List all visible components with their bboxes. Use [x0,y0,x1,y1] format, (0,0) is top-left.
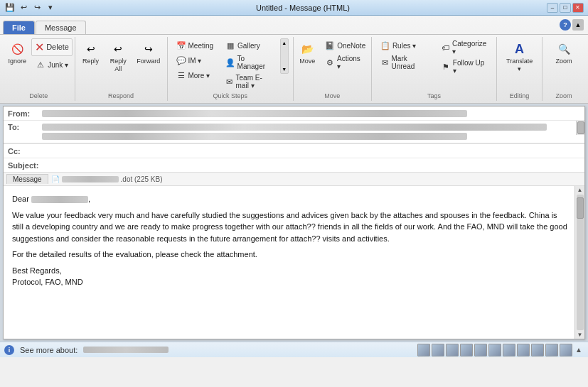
ribbon-group-editing: A Translate ▾ Editing [497,37,542,101]
attachment-file[interactable]: 📄 .dot (225 KB) [51,175,163,183]
redo-qat-btn[interactable]: ↪ [31,2,43,13]
reply-all-button[interactable]: ↩ Reply All [104,38,133,75]
zoom-button[interactable]: 🔍 Zoom [552,38,576,67]
forward-button[interactable]: ↪ Forward [134,38,163,67]
close-button[interactable]: ✕ [572,3,584,13]
mark-unread-icon: ✉ [380,57,390,68]
status-blurred-name [83,347,169,353]
quick-access-toolbar: 💾 ↩ ↪ ▾ [4,2,56,13]
respond-buttons: ↩ Reply ↩ Reply All ↪ Forward [80,38,163,91]
cc-label: Cc: [4,146,39,157]
meeting-icon: 📅 [176,40,187,51]
zoom-buttons: 🔍 Zoom [552,38,576,91]
ribbon-tab-bar: File Message ▲ ? [0,16,588,34]
follow-up-icon: ⚑ [440,61,451,72]
delete-icon: ✕ [35,40,44,54]
avatar-3[interactable] [446,344,459,356]
junk-icon: ⚠ [35,59,46,70]
title-bar-left: 💾 ↩ ↪ ▾ [4,2,59,13]
body-paragraph-1: We value your feedback very much and hav… [12,209,570,245]
delete-button[interactable]: ✕ Delete [31,38,73,56]
rules-button[interactable]: 📋 Rules ▾ [376,38,432,53]
categorize-button[interactable]: 🏷 Categorize ▾ [437,38,492,57]
editing-buttons: A Translate ▾ [501,38,538,91]
qat-dropdown[interactable]: ▾ [45,2,56,13]
save-qat-btn[interactable]: 💾 [4,2,16,13]
subject-row: Subject: [4,158,584,173]
move-button[interactable]: 📂 Move [295,38,319,67]
subject-label: Subject: [4,160,43,171]
avatar-9[interactable] [531,344,544,356]
body-scrollbar[interactable]: ▲ ▼ [574,186,584,339]
reply-label: Reply [82,58,99,65]
avatar-2[interactable] [432,344,444,356]
avatar-5[interactable] [474,344,487,356]
avatar-7[interactable] [503,344,515,356]
greeting-line: Dear , [12,193,570,205]
translate-button[interactable]: A Translate ▾ [501,38,538,75]
reply-button[interactable]: ↩ Reply [80,38,102,67]
team-email-icon: ✉ [225,76,234,87]
file-size: .dot (225 KB) [121,175,163,183]
im-icon: 💬 [176,55,187,66]
title-bar: 💾 ↩ ↪ ▾ Untitled - Message (HTML) – □ ✕ [0,0,588,16]
to-manager-button[interactable]: 👤 To Manager [221,53,277,72]
junk-button[interactable]: ⚠ Junk ▾ [31,58,73,72]
tab-file[interactable]: File [3,21,35,34]
to-manager-label: To Manager [237,55,274,70]
from-blurred [42,110,467,117]
message-body[interactable]: Dear , We value your feedback very much … [4,186,584,339]
ignore-icon: 🚫 [9,40,26,58]
meeting-label: Meeting [188,42,214,50]
gallery-button[interactable]: ▦ Gallery [221,38,277,53]
status-avatars: ▲ [417,344,584,356]
meeting-button[interactable]: 📅 Meeting [172,38,218,53]
more-button[interactable]: ☰ More ▾ [172,68,218,82]
avatar-1[interactable] [417,344,430,356]
actions-icon: ⚙ [324,57,336,68]
more-label: More ▾ [188,72,210,80]
avatar-10[interactable] [545,344,558,356]
message-tab-button[interactable]: Message [6,174,48,184]
body-paragraph-2: For the detailed results of the evaluati… [12,249,570,261]
zoom-icon: 🔍 [555,40,572,58]
avatar-6[interactable] [488,344,501,356]
avatar-4[interactable] [460,344,473,356]
minimize-button[interactable]: – [547,3,558,13]
forward-label: Forward [137,58,160,65]
move-buttons: 📂 Move 📓 OneNote ⚙ Actions ▾ [295,38,369,91]
quicksteps-buttons: 📅 Meeting 💬 IM ▾ ☰ More ▾ ▦ Ga [172,38,289,91]
rules-icon: 📋 [380,40,391,51]
body-closing-2: Protocol, FAO, MND [12,276,570,288]
onenote-button[interactable]: 📓 OneNote [321,38,369,53]
maximize-button[interactable]: □ [560,3,571,13]
message-window: From: To: Cc: [3,106,585,339]
mark-unread-button[interactable]: ✉ Mark Unread [376,53,432,72]
help-icon[interactable]: ? [560,19,571,31]
avatar-8[interactable] [517,344,530,356]
ignore-label: Ignore [9,58,27,65]
to-scrollbar[interactable] [576,121,584,135]
im-button[interactable]: 💬 IM ▾ [172,53,218,67]
team-email-label: Team E-mail ▾ [236,74,274,89]
collapse-ribbon-btn[interactable]: ▲ [572,19,584,31]
avatar-11[interactable] [560,344,572,356]
tab-message[interactable]: Message [36,21,86,34]
to-row: To: [4,121,584,143]
reply-all-icon: ↩ [109,40,127,58]
gallery-icon: ▦ [225,40,236,51]
delete-buttons: 🚫 Ignore ✕ Delete ⚠ Junk ▾ [5,38,73,91]
status-scroll-up[interactable]: ▲ [574,344,584,356]
follow-up-button[interactable]: ⚑ Follow Up ▾ [437,58,492,76]
ignore-button[interactable]: 🚫 Ignore [5,38,31,67]
scroll-down-btn[interactable]: ▼ [577,332,583,338]
ribbon-group-move: 📂 Move 📓 OneNote ⚙ Actions ▾ Move [294,37,372,101]
onenote-label: OneNote [337,42,365,50]
to-blurred-2 [42,133,467,140]
scroll-up-btn[interactable]: ▲ [577,187,583,193]
attachment-row: Message 📄 .dot (225 KB) [4,173,584,186]
team-email-button[interactable]: ✉ Team E-mail ▾ [221,72,277,91]
actions-button[interactable]: ⚙ Actions ▾ [321,53,369,72]
undo-qat-btn[interactable]: ↩ [18,2,29,13]
more-icon: ☰ [176,70,187,81]
